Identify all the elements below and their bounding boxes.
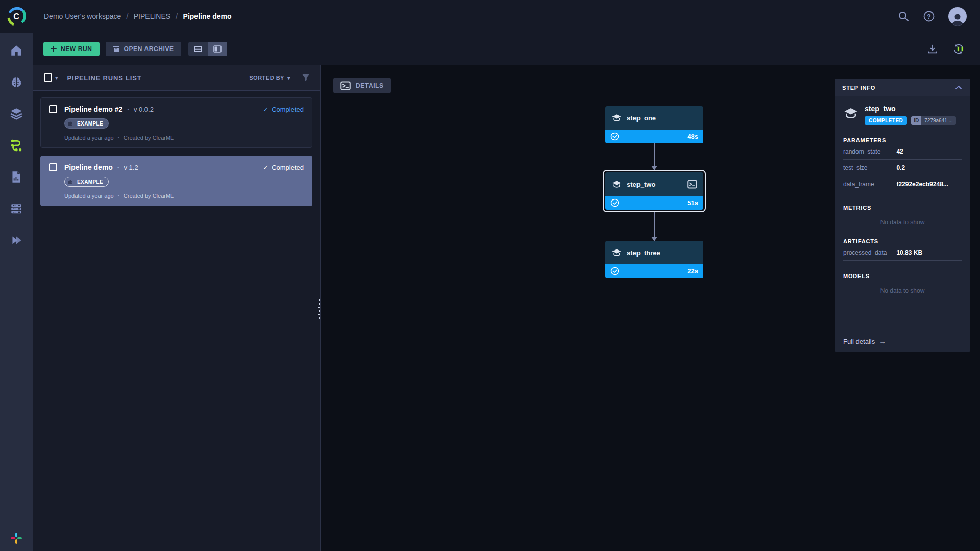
layers-icon [10,107,23,120]
run-updated: Updated a year ago [64,193,114,199]
step-info-body: step_two COMPLETED ID 7279a641 ... PARAM… [835,96,970,331]
terminal-icon[interactable] [687,179,697,189]
models-section: MODELS No data to show [843,273,962,294]
sorted-by-dropdown[interactable]: SORTED BY ▾ [249,74,290,81]
step-name: step_two [865,105,956,113]
dot-separator: • [118,193,119,198]
full-details-label: Full details [843,338,875,345]
top-bar: C Demo User's workspace / PIPELINES / Pi… [0,0,980,33]
archive-icon [113,45,120,53]
pipeline-toolbar: NEW RUN OPEN ARCHIVE [33,33,980,65]
search-icon[interactable] [897,10,910,22]
sidebar-nav [0,33,33,551]
artifacts-section: ARTIFACTS processed_data 10.83 KB [843,238,962,261]
step-icon [611,113,622,123]
help-icon[interactable]: ? [923,10,935,22]
topbar-actions: ? [897,7,980,26]
breadcrumb-separator: / [176,12,178,21]
split-view-icon[interactable] [208,42,227,56]
sidebar-item-projects[interactable] [0,68,33,96]
auto-refresh-icon[interactable]: ❚❚ [952,43,965,55]
select-dropdown-caret[interactable]: ▾ [55,74,58,81]
empty-state-text: No data to show [843,219,962,226]
step-id-chip[interactable]: ID 7279a641 ... [911,116,956,125]
run-card-pipeline-demo-2[interactable]: Pipeline demo #2 • v 0.0.2 ✓ Completed E… [40,97,312,148]
breadcrumb-current: Pipeline demo [183,12,232,20]
step-info-title: STEP INFO [842,85,875,91]
new-run-label: NEW RUN [61,45,92,53]
details-button[interactable]: DETAILS [333,78,391,93]
sidebar-item-home[interactable] [0,37,33,64]
runs-list-title: PIPELINE RUNS LIST [67,74,142,82]
user-icon [950,12,965,26]
step-icon [611,179,622,189]
run-meta: Updated a year ago • Created by ClearML [64,193,304,199]
tag-label: EXAMPLE [77,179,103,185]
run-status: ✓ Completed [263,164,304,171]
home-icon [10,44,23,57]
chevron-up-icon[interactable] [954,84,963,92]
sorted-by-label: SORTED BY [249,74,284,81]
run-status: ✓ Completed [263,106,304,113]
dag-node-step-one[interactable]: step_one 48s [605,106,703,143]
view-toggle-group [188,42,227,56]
run-meta: Updated a year ago • Created by ClearML [64,135,304,141]
table-view-icon[interactable] [188,42,208,56]
dag-node-step-two-selected[interactable]: step_two 51s [603,170,706,212]
parameter-row: test_size 0.2 [843,160,962,176]
completed-check-icon [610,132,619,141]
run-checkbox[interactable] [49,105,57,113]
full-details-link[interactable]: Full details → [835,331,970,352]
run-name: Pipeline demo #2 [64,105,122,113]
breadcrumb-section[interactable]: PIPELINES [134,12,170,20]
run-checkbox[interactable] [49,163,57,171]
run-created-by: Created by ClearML [124,193,174,199]
check-icon: ✓ [263,106,268,113]
dag-edge-arrow [654,212,655,241]
run-created-by: Created by ClearML [124,135,174,141]
parameter-row: random_state 42 [843,143,962,160]
svg-text:?: ? [927,13,930,20]
pipeline-dag-canvas[interactable]: DETAILS step_one 48s [321,65,980,551]
sidebar-item-getting-started[interactable] [0,227,33,254]
sidebar-item-datasets[interactable] [0,100,33,128]
step-icon [843,106,859,121]
filter-icon[interactable] [302,73,310,82]
workers-icon [10,202,23,215]
sidebar-item-workers[interactable] [0,195,33,222]
example-tag[interactable]: EXAMPLE [64,177,109,187]
puzzle-icon [68,120,74,127]
clearml-logo-icon: C [6,6,27,27]
dot-separator: • [127,107,129,112]
open-archive-button[interactable]: OPEN ARCHIVE [106,42,181,56]
dag-node-step-three[interactable]: step_three 22s [605,241,703,278]
breadcrumb-workspace[interactable]: Demo User's workspace [44,12,121,20]
example-tag[interactable]: EXAMPLE [64,118,109,129]
node-name: step_two [627,181,682,188]
puzzle-icon [68,179,74,185]
step-info-panel: STEP INFO step_two COMPLETED [835,79,970,352]
node-name: step_one [627,114,697,122]
select-all-checkbox[interactable] [44,73,52,82]
sidebar-item-reports[interactable] [0,163,33,191]
run-card-pipeline-demo[interactable]: Pipeline demo • v 1.2 ✓ Completed EXAMPL… [40,156,312,206]
pipelines-icon [10,139,23,152]
breadcrumb: Demo User's workspace / PIPELINES / Pipe… [44,12,231,21]
run-status-label: Completed [272,106,304,113]
pause-glyph: ❚❚ [957,46,964,51]
report-icon [10,170,23,184]
clearml-logo[interactable]: C [0,0,33,33]
download-icon[interactable] [927,43,938,55]
terminal-icon [340,81,351,91]
sidebar-item-pipelines[interactable] [0,132,33,159]
section-title: PARAMETERS [843,137,962,143]
dot-separator: • [117,165,119,170]
metrics-section: METRICS No data to show [843,205,962,226]
artifact-row: processed_data 10.83 KB [843,244,962,261]
avatar[interactable] [948,7,967,26]
sidebar-item-slack[interactable] [0,532,33,545]
section-title: MODELS [843,273,962,279]
dag-edge-arrow [654,143,655,170]
new-run-button[interactable]: NEW RUN [43,42,100,56]
step-info-header: STEP INFO [835,79,970,96]
